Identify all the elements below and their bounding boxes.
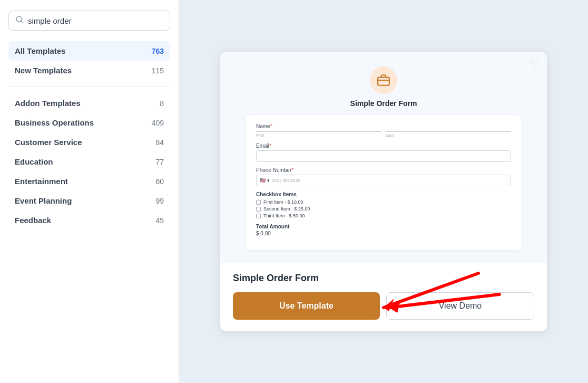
sidebar-item-new-templates[interactable]: New Templates 115 (8, 61, 170, 80)
sidebar-item-feedback[interactable]: Feedback 45 (8, 210, 170, 230)
all-templates-label: All Templates (15, 46, 65, 55)
first-sublabel: First (256, 133, 381, 138)
new-templates-label: New Templates (15, 66, 72, 75)
top-categories: All Templates 763 New Templates 115 (8, 41, 170, 80)
entertainment-count: 60 (155, 177, 164, 186)
form-icon-wrap (370, 66, 397, 94)
checkbox-section-label: Checkbox Items (256, 191, 511, 197)
addon-templates-label: Addon Templates (15, 99, 81, 108)
card-actions: Use Template View Demo (233, 292, 534, 320)
education-label: Education (15, 157, 53, 166)
sidebar-item-business-operations[interactable]: Business Operations 409 (8, 113, 170, 132)
main-content: ♡ Simple Order Form Name* (179, 0, 588, 383)
sidebar: simple order All Templates 763 New Templ… (0, 0, 179, 383)
education-count: 77 (155, 158, 164, 166)
briefcase-icon (377, 73, 390, 87)
last-name-input[interactable] (386, 131, 511, 132)
event-planning-label: Event Planning (15, 196, 72, 205)
email-label: Email* (256, 143, 511, 149)
phone-label: Phone Number* (256, 167, 511, 173)
customer-service-label: Customer Service (15, 138, 82, 147)
checkbox-2[interactable] (256, 207, 261, 212)
all-templates-count: 763 (152, 47, 164, 55)
total-value: $ 0.00 (256, 231, 511, 236)
addon-templates-count: 8 (160, 99, 164, 108)
checkbox-1[interactable] (256, 200, 261, 205)
svg-line-1 (21, 21, 23, 23)
checkbox-item-1[interactable]: First Item - $ 10.00 (256, 199, 511, 205)
subcategories: Addon Templates 8 Business Operations 40… (8, 93, 170, 230)
search-bar[interactable]: simple order (8, 11, 170, 31)
mini-form: Name* First Last (246, 115, 522, 250)
name-label: Name* (256, 123, 511, 129)
checkbox-section: Checkbox Items First Item - $ 10.00 Seco… (256, 191, 511, 218)
search-input[interactable]: simple order (28, 16, 163, 25)
phone-placeholder: (201) 555-0123 (272, 178, 301, 183)
favorite-button[interactable]: ♡ (530, 58, 540, 71)
sidebar-item-event-planning[interactable]: Event Planning 99 (8, 191, 170, 210)
card-title: Simple Order Form (233, 273, 534, 284)
last-sublabel: Last (386, 133, 511, 138)
sidebar-item-entertainment[interactable]: Entertainment 60 (8, 171, 170, 191)
sidebar-item-education[interactable]: Education 77 (8, 152, 170, 171)
sidebar-item-addon-templates[interactable]: Addon Templates 8 (8, 93, 170, 113)
form-preview: Simple Order Form Name* First (220, 52, 547, 263)
template-card: ♡ Simple Order Form Name* (220, 52, 547, 331)
sidebar-item-customer-service[interactable]: Customer Service 84 (8, 132, 170, 152)
entertainment-label: Entertainment (15, 177, 68, 186)
card-bottom: Simple Order Form Use Template View Demo (220, 263, 547, 331)
business-operations-label: Business Operations (15, 118, 94, 127)
email-field-row: Email* (256, 143, 511, 162)
sidebar-item-all-templates[interactable]: All Templates 763 (8, 41, 170, 61)
form-preview-title: Simple Order Form (350, 99, 417, 108)
checkbox-3[interactable] (256, 214, 261, 218)
flag-icon: 🇺🇸 ▾ (260, 178, 270, 183)
checkbox-item-2[interactable]: Second Item - $ 25.00 (256, 206, 511, 212)
phone-field-row: Phone Number* 🇺🇸 ▾ (201) 555-0123 (256, 167, 511, 186)
first-name-input[interactable] (256, 131, 381, 132)
phone-input[interactable]: 🇺🇸 ▾ (201) 555-0123 (256, 175, 511, 186)
feedback-count: 45 (155, 216, 164, 225)
checkbox-label-2: Second Item - $ 25.00 (263, 206, 310, 212)
feedback-label: Feedback (15, 216, 51, 225)
event-planning-count: 99 (155, 197, 164, 205)
checkbox-label-1: First Item - $ 10.00 (263, 199, 303, 205)
new-templates-count: 115 (152, 66, 164, 75)
name-inputs: First Last (256, 131, 511, 138)
use-template-button[interactable]: Use Template (233, 292, 380, 320)
total-label: Total Amount (256, 224, 511, 229)
name-field-row: Name* First Last (256, 123, 511, 138)
total-amount-row: Total Amount $ 0.00 (256, 224, 511, 236)
sidebar-divider (8, 87, 170, 87)
email-input[interactable] (256, 150, 511, 162)
checkbox-label-3: Third Item - $ 50.00 (263, 213, 305, 218)
svg-rect-2 (378, 78, 389, 85)
view-demo-button[interactable]: View Demo (386, 292, 534, 320)
search-icon (15, 15, 24, 26)
customer-service-count: 84 (155, 138, 164, 147)
business-operations-count: 409 (152, 119, 164, 127)
checkbox-item-3[interactable]: Third Item - $ 50.00 (256, 213, 511, 218)
